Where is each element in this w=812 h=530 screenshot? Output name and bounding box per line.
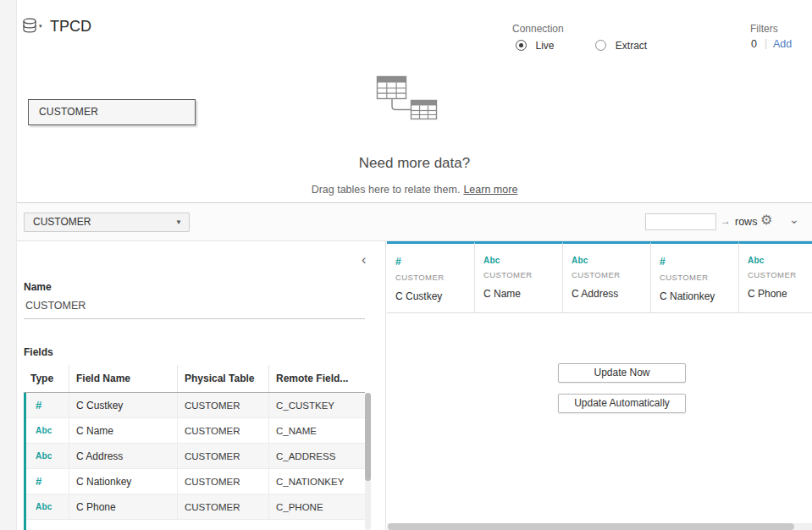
field-name-cell: C Phone [69, 494, 178, 519]
learn-more-link[interactable]: Learn more [463, 184, 517, 196]
collapse-panel-icon[interactable]: ‹ [362, 252, 366, 268]
field-type-icon: # [26, 469, 69, 494]
radio-extract-label[interactable]: Extract [616, 40, 647, 52]
grid-column-header[interactable]: Abc CUSTOMER C Name [475, 241, 563, 313]
column-type-icon: Abc [483, 256, 562, 265]
gear-icon[interactable]: ⚙ [760, 212, 772, 228]
database-icon[interactable] [21, 18, 38, 34]
field-name-cell: C Nationkey [69, 469, 178, 494]
column-table-name: CUSTOMER [395, 273, 474, 282]
grid-column-header[interactable]: Abc CUSTOMER C Phone [739, 241, 812, 313]
grid-scrollbar-thumb[interactable] [388, 523, 794, 530]
filters-add-link[interactable]: Add [773, 38, 792, 50]
remote-field-cell: C_NATIONKEY [269, 469, 365, 494]
empty-state-title: Need more data? [17, 155, 812, 172]
empty-state-subtitle: Drag tables here to relate them.Learn mo… [17, 184, 812, 196]
table-row[interactable]: Abc C Phone CUSTOMER C_PHONE [26, 494, 365, 520]
column-field-name: C Name [483, 288, 562, 300]
fields-col-header-type[interactable]: Type [24, 365, 69, 392]
fields-table-header: Type Field Name Physical Table Remote Fi… [24, 365, 365, 393]
name-section-label: Name [24, 281, 52, 293]
field-name-cell: C Address [69, 444, 178, 468]
fields-section-label: Fields [24, 346, 53, 358]
filters-separator: | [765, 37, 767, 49]
update-automatically-button[interactable]: Update Automatically [558, 394, 686, 413]
fields-col-header-remote[interactable]: Remote Field... [269, 365, 365, 392]
column-field-name: C Custkey [395, 290, 474, 302]
table-row[interactable]: # C Nationkey CUSTOMER C_NATIONKEY [26, 469, 365, 494]
chevron-down-icon[interactable]: ⌄ [789, 213, 799, 226]
remote-field-cell: C_PHONE [269, 494, 365, 519]
table-row[interactable]: # C Custkey CUSTOMER C_CUSTKEY [26, 393, 365, 418]
field-name-cell: C Name [69, 418, 178, 443]
database-menu-caret-icon[interactable]: ▾ [39, 23, 42, 30]
physical-table-cell: CUSTOMER [178, 418, 269, 443]
filters-count: 0 [751, 38, 757, 50]
rows-label: rows [735, 216, 757, 228]
column-type-icon: # [660, 256, 738, 268]
radio-live-label[interactable]: Live [535, 40, 554, 52]
data-grid-headers: # CUSTOMER C Custkey Abc CUSTOMER C Name… [387, 241, 812, 313]
table-row[interactable]: Abc C Address CUSTOMER C_ADDRESS [26, 444, 365, 469]
remote-field-cell: C_CUSTKEY [269, 393, 365, 417]
column-type-icon: Abc [748, 256, 812, 265]
apply-rows-arrow-icon[interactable]: → [721, 215, 731, 227]
metadata-panel: ‹ Name CUSTOMER Fields Type Field Name P… [17, 241, 386, 530]
table-selector-value: CUSTOMER [33, 216, 91, 228]
column-table-name: CUSTOMER [660, 273, 738, 282]
grid-column-header[interactable]: Abc CUSTOMER C Address [563, 241, 651, 313]
table-selector-dropdown[interactable]: CUSTOMER ▼ [24, 213, 190, 232]
column-table-name: CUSTOMER [483, 270, 562, 279]
update-now-button[interactable]: Update Now [558, 363, 686, 383]
column-field-name: C Address [572, 288, 650, 300]
relation-canvas: CUSTOMER Need more data? Drag tables her… [17, 56, 812, 203]
radio-extract[interactable] [595, 40, 606, 51]
grid-column-header[interactable]: # CUSTOMER C Custkey [387, 241, 475, 313]
logical-table-chip[interactable]: CUSTOMER [28, 99, 196, 125]
name-underline [24, 318, 365, 319]
table-row[interactable]: Abc C Name CUSTOMER C_NAME [26, 418, 365, 444]
column-type-icon: # [395, 256, 474, 268]
column-table-name: CUSTOMER [572, 270, 650, 279]
left-collapsed-pane [0, 0, 17, 530]
physical-table-cell: CUSTOMER [178, 444, 269, 468]
fields-vertical-scrollbar[interactable] [365, 393, 371, 530]
connection-radio-group: Live Extract [516, 37, 647, 50]
data-grid-panel: # CUSTOMER C Custkey Abc CUSTOMER C Name… [387, 241, 812, 530]
field-name-cell: C Custkey [69, 393, 178, 417]
grid-horizontal-scrollbar[interactable] [387, 523, 812, 530]
physical-table-cell: CUSTOMER [178, 393, 269, 417]
column-field-name: C Phone [748, 288, 812, 300]
field-type-icon: Abc [26, 494, 69, 519]
fields-table-rows: # C Custkey CUSTOMER C_CUSTKEY Abc C Nam… [24, 393, 365, 530]
datasource-toolbar: CUSTOMER ▼ → rows ⚙ ⌄ [17, 204, 812, 241]
radio-live[interactable] [516, 40, 527, 51]
table-row-partial [26, 520, 365, 530]
relate-tables-illustration-icon [370, 75, 448, 134]
column-field-name: C Nationkey [660, 290, 738, 302]
filters-section-label: Filters [750, 23, 778, 35]
datasource-title[interactable]: TPCD [50, 18, 91, 36]
field-type-icon: # [26, 393, 69, 417]
tableau-datasource-page: ▾ TPCD Connection Live Extract Filters 0… [0, 0, 812, 530]
column-type-icon: Abc [572, 256, 650, 265]
field-type-icon: Abc [26, 444, 69, 468]
remote-field-cell: C_ADDRESS [269, 444, 365, 468]
empty-state-subtitle-text: Drag tables here to relate them. [312, 184, 461, 196]
table-name-value[interactable]: CUSTOMER [25, 300, 86, 312]
radio-live-dot [519, 43, 523, 47]
fields-scrollbar-thumb[interactable] [365, 393, 371, 481]
physical-table-cell: CUSTOMER [178, 494, 269, 519]
caret-down-icon: ▼ [175, 213, 182, 231]
column-table-name: CUSTOMER [748, 270, 812, 279]
remote-field-cell: C_NAME [269, 418, 365, 443]
connection-section-label: Connection [512, 23, 564, 35]
fields-col-header-name[interactable]: Field Name [69, 365, 178, 392]
physical-table-cell: CUSTOMER [178, 469, 269, 494]
field-type-icon: Abc [26, 418, 69, 443]
grid-column-header[interactable]: # CUSTOMER C Nationkey [651, 241, 739, 313]
fields-col-header-physical[interactable]: Physical Table [178, 365, 269, 392]
rows-count-input[interactable] [645, 213, 716, 230]
fields-table: Type Field Name Physical Table Remote Fi… [24, 365, 365, 530]
